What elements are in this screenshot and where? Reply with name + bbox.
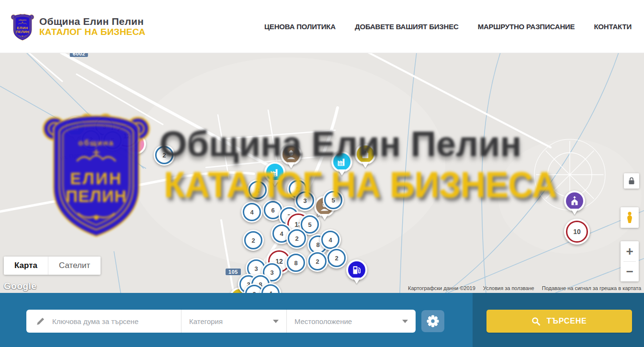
- cluster-count: 2: [249, 181, 267, 199]
- map-attribution: Картографски данни ©2019Условия за ползв…: [408, 285, 641, 291]
- map-cluster-marker[interactable]: 5: [102, 130, 123, 151]
- street-view-pegman-button[interactable]: [621, 207, 639, 228]
- site-subtitle: КАТАЛОГ НА БИЗНЕСА: [39, 27, 146, 37]
- map-cluster-marker[interactable]: 2: [243, 230, 264, 251]
- municipality-crest-icon: [11, 11, 34, 42]
- cluster-count: 4: [243, 203, 261, 221]
- pin-tail: [353, 278, 361, 284]
- search-icon: [531, 317, 541, 326]
- map-cluster-marker[interactable]: 2: [80, 129, 102, 150]
- road-number-badge: 6002: [70, 53, 88, 57]
- cluster-count: 2: [328, 249, 346, 267]
- cluster-count: 5: [103, 131, 122, 149]
- nav-item[interactable]: ДОБАВЕТЕ ВАШИЯТ БИЗНЕС: [355, 22, 459, 31]
- cluster-count: 2: [82, 130, 100, 148]
- header: Община Елин Пелин КАТАЛОГ НА БИЗНЕСА ЦЕН…: [0, 0, 644, 53]
- gear-icon: [427, 315, 439, 327]
- pin-tail: [271, 180, 279, 186]
- church-icon: [566, 192, 583, 210]
- cluster-count: 3: [296, 191, 314, 210]
- bag-icon: [357, 146, 374, 163]
- search-bar: Категория Местоположение ТЪРСЕНЕ: [0, 293, 644, 347]
- lock-control-button[interactable]: [624, 173, 639, 189]
- map-cluster-marker[interactable]: 2: [307, 251, 328, 272]
- search-button-label: ТЪРСЕНЕ: [546, 317, 587, 325]
- pin-tail: [72, 134, 79, 141]
- pin-tail: [338, 169, 346, 176]
- cluster-count: 10: [566, 221, 588, 243]
- map-pin-marker-fuel[interactable]: [346, 259, 367, 280]
- site-logo[interactable]: Община Елин Пелин КАТАЛОГ НА БИЗНЕСА: [11, 11, 146, 42]
- attribution-text: Картографски данни ©2019: [408, 285, 475, 291]
- factory-icon: [333, 153, 350, 170]
- cluster-count: 2: [155, 146, 173, 164]
- cluster-count: 4: [261, 284, 280, 293]
- map-type-map-button[interactable]: Карта: [4, 257, 48, 275]
- search-button[interactable]: ТЪРСЕНЕ: [486, 310, 632, 333]
- cluster-count: 2: [244, 231, 262, 249]
- factory-icon: [67, 118, 84, 135]
- pin-tail: [571, 209, 578, 215]
- map-pin-marker-bag[interactable]: [355, 144, 376, 165]
- chevron-down-icon: [273, 320, 279, 323]
- factory-icon: [266, 164, 283, 181]
- map-type-control: Карта Сателит: [4, 257, 101, 275]
- pin-tail: [287, 162, 295, 168]
- map-pin-marker-factory[interactable]: [331, 151, 352, 172]
- zoom-control: + −: [621, 241, 639, 281]
- pencil-icon: [36, 317, 45, 326]
- map-cluster-marker[interactable]: 8: [285, 252, 306, 273]
- location-select[interactable]: Местоположение: [287, 310, 416, 333]
- map-cluster-marker[interactable]: 2: [154, 145, 175, 166]
- category-select[interactable]: Категория: [181, 310, 287, 333]
- map-cluster-marker[interactable]: 10: [564, 219, 590, 245]
- pin-tail: [362, 162, 369, 168]
- map-cluster-marker[interactable]: 2: [286, 228, 307, 249]
- cluster-count: 4: [321, 231, 339, 249]
- pin-tail: [321, 214, 328, 220]
- chevron-down-icon: [402, 320, 408, 323]
- map-pin-marker-church[interactable]: [564, 190, 585, 212]
- advanced-search-settings-button[interactable]: [421, 310, 444, 332]
- map-cluster-marker[interactable]: 4: [241, 201, 262, 223]
- worker-icon: [282, 146, 300, 163]
- nav-item[interactable]: МАРШРУТНО РАЗПИСАНИЕ: [478, 22, 575, 31]
- fuel-icon: [348, 261, 365, 279]
- pin-tail: [132, 152, 139, 158]
- cluster-count: 8: [287, 254, 305, 272]
- map-cluster-marker[interactable]: 2: [247, 179, 268, 201]
- main-nav: ЦЕНОВА ПОЛИТИКАДОБАВЕТЕ ВАШИЯТ БИЗНЕСМАР…: [264, 22, 632, 31]
- zoom-out-button[interactable]: −: [621, 262, 639, 281]
- pegman-icon: [624, 211, 635, 224]
- site-title: Община Елин Пелин: [39, 16, 146, 27]
- search-panel: Категория Местоположение: [26, 310, 416, 333]
- map-canvas[interactable]: 6002105 ул. Преславбул. „Новоселци“ 3122…: [0, 53, 644, 293]
- keyword-search-input[interactable]: [51, 317, 163, 326]
- nav-item[interactable]: КОНТАКТИ: [594, 22, 632, 31]
- map-cluster-marker[interactable]: 5: [323, 190, 344, 211]
- attribution-link[interactable]: Подаване на сигнал за грешка в картата: [542, 285, 641, 291]
- category-select-value: Категория: [189, 317, 223, 325]
- keyword-field-wrapper: [26, 310, 181, 333]
- attribution-link[interactable]: Условия за ползване: [483, 285, 534, 291]
- map-cluster-marker[interactable]: 2: [326, 247, 347, 269]
- road-number-badge: 105: [226, 269, 241, 275]
- cluster-count: 2: [308, 252, 327, 270]
- map-cluster-marker[interactable]: 3: [294, 190, 316, 211]
- nav-item[interactable]: ЦЕНОВА ПОЛИТИКА: [264, 22, 336, 31]
- location-select-value: Местоположение: [294, 317, 352, 325]
- google-logo[interactable]: Google: [4, 281, 36, 291]
- cluster-count: 5: [324, 191, 342, 209]
- lock-icon: [627, 176, 636, 186]
- map-pin-marker-factory[interactable]: [264, 162, 285, 183]
- map-type-satellite-button[interactable]: Сателит: [48, 257, 101, 275]
- cluster-count: 2: [288, 229, 306, 247]
- zoom-in-button[interactable]: +: [621, 242, 639, 261]
